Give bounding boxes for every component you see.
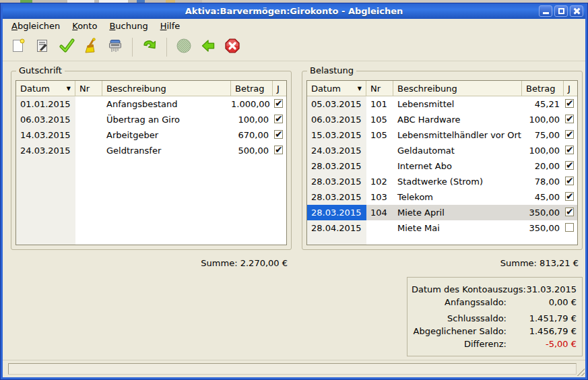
minimize-button[interactable] — [539, 5, 552, 17]
cancel-icon — [224, 38, 240, 56]
column-header-j[interactable]: J — [273, 81, 287, 96]
column-header-datum[interactable]: Datum▼ — [16, 81, 75, 96]
broom-button[interactable] — [79, 35, 103, 59]
table-row[interactable]: 28.03.2015Internet Abo20,00 — [307, 158, 577, 174]
summary-value: -5,00 € — [507, 338, 577, 350]
cell-amount: 670,00 — [231, 130, 273, 140]
table-row[interactable]: 28.03.2015103Telekom45,00 — [307, 189, 577, 205]
column-header-datum[interactable]: Datum▼ — [307, 81, 366, 96]
shredder-button[interactable] — [103, 35, 127, 59]
open-arrow-button[interactable] — [137, 35, 162, 59]
table-header: Datum▼NrBeschreibungBetragJ — [16, 81, 286, 96]
reconciled-checkbox[interactable] — [274, 146, 283, 154]
cell-desc: Internet Abo — [393, 161, 522, 171]
reconciled-checkbox[interactable] — [565, 177, 574, 185]
column-header-j[interactable]: J — [564, 81, 578, 96]
toolbar — [3, 33, 585, 61]
column-header-nr[interactable]: Nr — [75, 81, 102, 96]
table-row[interactable]: 24.03.2015Geldautomat100,00 — [307, 143, 577, 158]
reconciled-checkbox[interactable] — [274, 130, 283, 139]
table-row[interactable]: 15.03.2015105Lebensmittelhändler vor Ort… — [307, 127, 577, 143]
debit-sum: Summe: 813,21 € — [302, 258, 583, 270]
cell-reconciled — [564, 177, 578, 187]
column-header-nr[interactable]: Nr — [366, 81, 393, 96]
cell-reconciled — [273, 99, 287, 110]
status-bar — [8, 363, 577, 375]
cell-nr: 101 — [366, 99, 393, 109]
credit-column: Gutschrift Datum▼NrBeschreibungBetragJ01… — [11, 71, 292, 360]
reconciled-checkbox[interactable] — [565, 223, 574, 232]
client-area: AbgleichenKontoBuchungHilfe Gutschrift D… — [3, 19, 585, 377]
cell-date: 14.03.2015 — [16, 130, 75, 140]
reconciled-checkbox[interactable] — [565, 208, 574, 216]
maximize-button[interactable] — [554, 5, 568, 17]
summary-value: 31.03.2015 — [526, 283, 577, 296]
resize-grip-icon[interactable] — [575, 367, 585, 376]
cell-desc: Geldautomat — [393, 146, 522, 156]
summary-row: Schlusssaldo:1.451,79 € — [412, 312, 577, 325]
column-header-beschreibung[interactable]: Beschreibung — [102, 81, 231, 96]
menu-abgleichen[interactable]: Abgleichen — [5, 20, 66, 33]
cell-amount: 78,00 — [522, 177, 564, 187]
cell-reconciled — [273, 115, 287, 125]
debit-group-title: Belastung — [307, 65, 356, 75]
cell-nr: 102 — [366, 177, 393, 187]
cell-nr: 105 — [366, 115, 393, 125]
credit-sum-value: 2.270,00 € — [240, 258, 288, 268]
maximize-icon — [558, 8, 564, 14]
cell-reconciled — [564, 99, 578, 110]
table-row[interactable]: 28.03.2015102Stadtwerke (Strom)78,00 — [307, 174, 577, 189]
menu-konto[interactable]: Konto — [66, 20, 103, 33]
reconciled-checkbox[interactable] — [274, 115, 283, 123]
title-bar[interactable]: Aktiva:Barvermögen:Girokonto - Abgleiche… — [3, 3, 585, 19]
cell-date: 24.03.2015 — [16, 146, 75, 156]
status-area — [3, 360, 585, 377]
cell-date: 28.03.2015 — [307, 192, 366, 202]
reconciled-checkbox[interactable] — [565, 192, 574, 201]
cell-desc: Lebensmittelhändler vor Ort — [393, 130, 522, 140]
close-button[interactable] — [570, 5, 583, 17]
reconciled-checkbox[interactable] — [274, 99, 283, 108]
reconciled-checkbox[interactable] — [565, 146, 574, 154]
table-row[interactable]: 14.03.2015Arbeitgeber670,00 — [16, 127, 286, 143]
cell-desc: Übertrag an Giro — [102, 115, 231, 125]
cell-desc: Stadtwerke (Strom) — [393, 177, 522, 187]
cancel-button[interactable] — [220, 35, 244, 59]
reconciled-checkbox[interactable] — [565, 130, 574, 139]
table-row[interactable]: 05.03.2015101Lebensmittel45,21 — [307, 96, 577, 112]
cell-desc: Lebensmittel — [393, 99, 522, 109]
column-header-beschreibung[interactable]: Beschreibung — [393, 81, 522, 96]
cell-reconciled — [564, 130, 578, 141]
edit-document-button[interactable] — [30, 35, 55, 59]
column-header-betrag[interactable]: Betrag — [231, 81, 273, 96]
menu-hilfe[interactable]: Hilfe — [154, 20, 187, 33]
table-row[interactable]: 06.03.2015105ABC Hardware100,00 — [307, 112, 577, 127]
table-row[interactable]: 24.03.2015Geldtransfer500,00 — [16, 143, 286, 158]
credit-sum: Summe: 2.270,00 € — [11, 258, 292, 270]
debit-sum-value: 813,21 € — [540, 258, 579, 268]
finish-sphere-button[interactable] — [172, 35, 196, 59]
postpone-arrow-button[interactable] — [196, 35, 220, 59]
column-header-betrag[interactable]: Betrag — [522, 81, 564, 96]
debit-table[interactable]: Datum▼NrBeschreibungBetragJ05.03.2015101… — [306, 80, 578, 245]
cell-amount: 100,00 — [231, 115, 273, 125]
summary-row: Differenz:-5,00 € — [412, 338, 577, 350]
debit-groupbox: Belastung Datum▼NrBeschreibungBetragJ05.… — [302, 71, 583, 250]
table-row[interactable]: 06.03.2015Übertrag an Giro100,00 — [16, 112, 286, 127]
cell-amount: 75,00 — [522, 130, 564, 140]
menu-buchung[interactable]: Buchung — [103, 20, 154, 33]
table-row[interactable]: 28.03.2015104Miete April350,00 — [307, 205, 577, 220]
new-document-button[interactable] — [6, 35, 30, 59]
reconcile-check-button[interactable] — [55, 35, 79, 59]
cell-amount: 45,21 — [522, 99, 564, 109]
cell-date: 06.03.2015 — [16, 115, 75, 125]
table-row[interactable]: 01.01.2015Anfangsbestand1.000,00 — [16, 96, 286, 112]
reconcile-window: Aktiva:Barvermögen:Girokonto - Abgleiche… — [0, 3, 588, 380]
cell-date: 15.03.2015 — [307, 130, 366, 140]
table-row[interactable]: 28.04.2015Miete Mai350,00 — [307, 220, 577, 236]
cell-nr: 104 — [366, 208, 393, 218]
reconciled-checkbox[interactable] — [565, 99, 574, 108]
credit-table[interactable]: Datum▼NrBeschreibungBetragJ01.01.2015Anf… — [15, 80, 287, 245]
reconciled-checkbox[interactable] — [565, 115, 574, 123]
reconciled-checkbox[interactable] — [565, 161, 574, 170]
